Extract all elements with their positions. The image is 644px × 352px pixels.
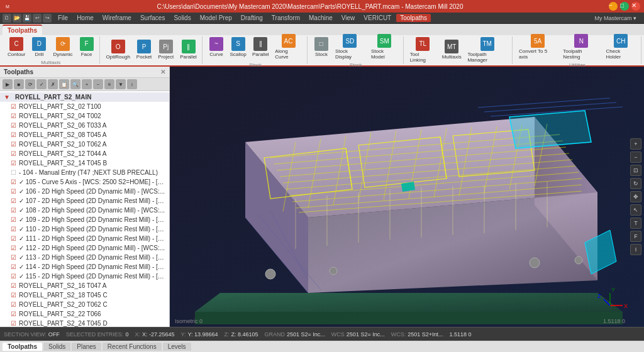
tp-checkbox[interactable]: ☑ xyxy=(10,141,16,148)
toolpath-item-10[interactable]: ☑✓ 105 - Curve 5 Axis - [WCS: 2500 S2=HO… xyxy=(0,177,169,187)
bottom-tab-levels[interactable]: Levels xyxy=(163,343,191,351)
vp-view-iso[interactable]: I xyxy=(630,244,641,255)
qa-new[interactable]: 🗋 xyxy=(3,14,11,23)
menu-surfaces[interactable]: Surfaces xyxy=(136,14,169,22)
tp-checkbox[interactable]: ☑ xyxy=(10,160,16,167)
tp-checkbox[interactable]: ☑ xyxy=(10,217,16,223)
vp-view-front[interactable]: F xyxy=(630,231,641,242)
ribbon-btn-parallel2[interactable]: ‖ Parallel xyxy=(250,36,271,58)
tp-checkbox[interactable]: ☑ xyxy=(10,132,16,138)
menu-toolpaths[interactable]: Toolpaths xyxy=(396,14,431,22)
toolpath-item-4[interactable]: ☑ROYELL_PART_S2_06 T033 A xyxy=(0,121,169,130)
toolpath-item-22[interactable]: ☑ROYELL_PART_S2_18 T045 C xyxy=(0,290,169,300)
tp-checkbox[interactable]: ☑ xyxy=(10,151,16,157)
viewport[interactable]: X Y Z + − ⊡ ↻ ✥ ↖ T F I Isometric 0 1.51… xyxy=(170,67,644,327)
menu-model-prep[interactable]: Model Prep xyxy=(196,14,236,22)
toolpath-item-23[interactable]: ☑ROYELL_PART_S2_20 T062 C xyxy=(0,300,169,309)
tp-btn-play[interactable]: ▶ xyxy=(3,79,13,89)
toolpath-item-15[interactable]: ☑✓ 110 - 2D High Speed (2D Dynamic Rest … xyxy=(0,224,169,234)
ribbon-btn-toolpath-manager[interactable]: TM Toolpath Manager xyxy=(465,36,509,64)
ribbon-btn-stock-display[interactable]: SD Stock Display xyxy=(333,33,367,61)
ribbon-btn-drill[interactable]: D Drill xyxy=(29,36,49,58)
ribbon-btn-optirough[interactable]: O OptiRough xyxy=(104,38,133,61)
tp-btn-uncheck[interactable]: ✗ xyxy=(48,79,58,89)
toolpath-item-13[interactable]: ☑✓ 108 - 2D High Speed (2D Dynamic Mill)… xyxy=(0,206,169,215)
toolpath-item-16[interactable]: ☑✓ 111 - 2D High Speed (2D Dynamic Rest … xyxy=(0,234,169,243)
tp-btn-remove[interactable]: − xyxy=(93,79,103,89)
menu-drafting[interactable]: Drafting xyxy=(237,14,267,22)
tp-checkbox[interactable]: ☑ xyxy=(10,321,16,327)
vp-fit[interactable]: ⊡ xyxy=(630,165,641,176)
toolpath-item-5[interactable]: ☑ROYELL_PART_S2_08 T045 A xyxy=(0,130,169,140)
menu-wireframe[interactable]: Wireframe xyxy=(99,14,135,22)
menu-view[interactable]: View xyxy=(338,14,359,22)
tp-btn-copy[interactable]: 📋 xyxy=(59,79,69,89)
toolpath-item-14[interactable]: ☑✓ 109 - 2D High Speed (2D Dynamic Rest … xyxy=(0,215,169,224)
ribbon-btn-along-curve[interactable]: AC Along Curve xyxy=(272,33,304,61)
menu-solids[interactable]: Solids xyxy=(170,14,194,22)
qa-open[interactable]: 📂 xyxy=(13,14,21,23)
tp-btn-add[interactable]: + xyxy=(82,79,92,89)
menu-home[interactable]: Home xyxy=(73,14,97,22)
bottom-tab-solids[interactable]: Solids xyxy=(43,343,70,351)
ribbon-btn-face[interactable]: F Face xyxy=(77,36,97,58)
tp-checkbox[interactable]: ☑ xyxy=(10,104,16,110)
tp-checkbox[interactable]: ☑ xyxy=(10,255,16,261)
ribbon-btn-stock[interactable]: □ Stock xyxy=(311,36,331,58)
toolpath-item-25[interactable]: ☑ROYELL_PART_S2_24 T045 D xyxy=(0,319,169,327)
toolpath-item-7[interactable]: ☑ROYELL_PART_S2_12 T044 A xyxy=(0,149,169,158)
ribbon-btn-nesting[interactable]: N Toolpath Nesting xyxy=(560,33,602,61)
toolpath-item-17[interactable]: ☑✓ 112 - 2D High Speed (2D Dynamic Mill)… xyxy=(0,243,169,253)
menu-machine[interactable]: Machine xyxy=(305,14,336,22)
toolpath-item-21[interactable]: ☑ROYELL_PART_S2_16 T047 A xyxy=(0,281,169,290)
toolpath-item-2[interactable]: ☑ROYELL_PART_S2_02 T100 xyxy=(0,102,169,111)
ribbon-btn-scallop[interactable]: S Scallop xyxy=(228,36,248,58)
ribbon-btn-project[interactable]: Pj Project xyxy=(155,38,176,61)
tp-checkbox[interactable]: ☑ xyxy=(10,273,16,280)
tp-btn-refresh[interactable]: ⟳ xyxy=(25,79,35,89)
vp-select[interactable]: ↖ xyxy=(630,204,641,216)
ribbon-btn-contour[interactable]: C Contour xyxy=(5,36,28,58)
ribbon-btn-pocket[interactable]: P Pocket xyxy=(134,38,154,61)
toolpath-item-6[interactable]: ☑ROYELL_PART_S2_10 T062 A xyxy=(0,140,169,149)
tp-checkbox[interactable]: ☑ xyxy=(10,302,16,308)
tp-checkbox[interactable]: ☐ xyxy=(10,170,16,176)
vp-view-top[interactable]: T xyxy=(630,217,641,229)
qa-redo[interactable]: ↪ xyxy=(43,14,52,23)
tp-btn-stop[interactable]: ■ xyxy=(14,79,24,89)
tp-checkbox[interactable]: ☑ xyxy=(10,283,16,289)
tp-checkbox[interactable]: ☑ xyxy=(10,207,16,214)
vp-zoom-in[interactable]: + xyxy=(630,138,641,150)
ribbon-btn-multiaxis-transform[interactable]: MT Multiaxis xyxy=(440,38,464,61)
ribbon-tab-toolpaths[interactable]: Toolpaths xyxy=(3,25,42,35)
vp-zoom-out[interactable]: − xyxy=(630,151,641,163)
ribbon-btn-check-holder[interactable]: CH Check Holder xyxy=(604,33,638,61)
bottom-tab-toolpaths[interactable]: Toolpaths xyxy=(3,343,42,351)
vp-pan[interactable]: ✥ xyxy=(630,191,641,202)
vp-rotate[interactable]: ↻ xyxy=(630,178,641,189)
tp-btn-settings[interactable]: ≡ xyxy=(104,79,114,89)
qa-save[interactable]: 💾 xyxy=(23,14,31,23)
toolpath-item-3[interactable]: ☑ROYELL_PART_S2_04 T002 xyxy=(0,111,169,121)
tp-checkbox[interactable]: ☑ xyxy=(10,198,16,204)
tp-checkbox[interactable]: ☑ xyxy=(10,311,16,317)
ribbon-btn-parallel[interactable]: ‖ Parallel xyxy=(177,38,199,61)
toolpath-item-19[interactable]: ☑✓ 114 - 2D High Speed (2D Dynamic Rest … xyxy=(0,262,169,272)
tp-btn-search[interactable]: 🔍 xyxy=(70,79,80,89)
tp-checkbox[interactable]: ☑ xyxy=(10,189,16,195)
bottom-tab-recent-functions[interactable]: Recent Functions xyxy=(103,343,162,351)
tp-checkbox[interactable]: ☑ xyxy=(10,236,16,242)
tp-btn-filter[interactable]: ▼ xyxy=(116,79,126,89)
qa-undo[interactable]: ↩ xyxy=(33,14,42,23)
menu-transform[interactable]: Transform xyxy=(268,14,304,22)
tp-checkbox[interactable]: ☑ xyxy=(10,113,16,119)
bottom-tab-planes[interactable]: Planes xyxy=(72,343,101,351)
ribbon-btn-stock-model[interactable]: SM Stock Model xyxy=(369,33,401,61)
tp-checkbox[interactable]: ☑ xyxy=(10,245,16,251)
tp-checkbox[interactable]: ☑ xyxy=(10,264,16,270)
tp-checkbox[interactable]: ☑ xyxy=(10,292,16,299)
panel-close-btn[interactable]: ✕ xyxy=(160,69,165,75)
toolpath-item-20[interactable]: ☑✓ 115 - 2D High Speed (2D Dynamic Rest … xyxy=(0,272,169,281)
tp-checkbox[interactable]: ☑ xyxy=(10,179,16,185)
toolpath-item-12[interactable]: ☑✓ 107 - 2D High Speed (2D Dynamic Rest … xyxy=(0,196,169,206)
